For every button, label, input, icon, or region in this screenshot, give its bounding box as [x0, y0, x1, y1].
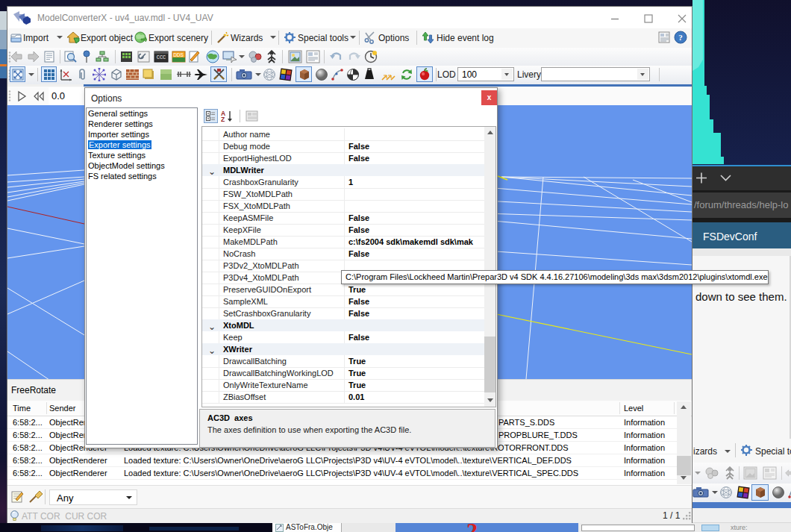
svg-text:DDS: DDS: [173, 52, 184, 57]
svg-text:Z: Z: [221, 116, 225, 122]
svg-text:CCC: CCC: [157, 54, 166, 60]
svg-text:?: ?: [678, 33, 683, 42]
